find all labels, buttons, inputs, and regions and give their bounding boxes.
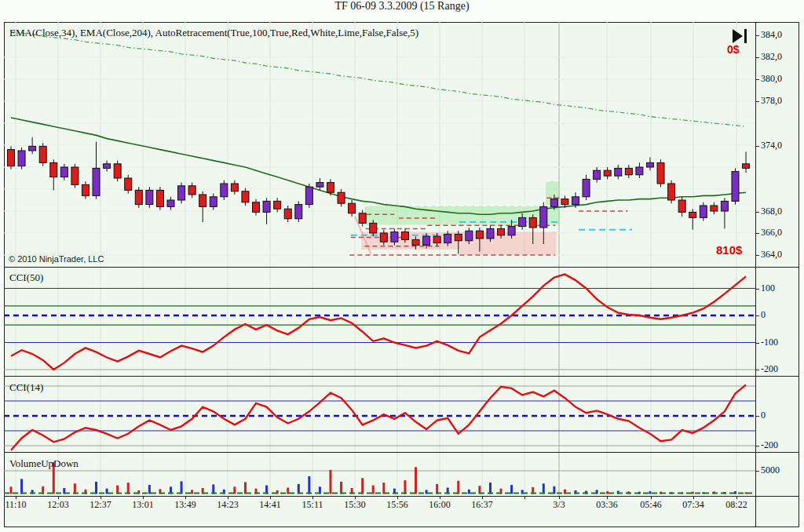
candle-up[interactable] xyxy=(615,168,622,176)
play-triangle-icon xyxy=(733,29,743,43)
candle-up[interactable] xyxy=(295,205,302,219)
candle-up[interactable] xyxy=(721,201,728,211)
candle-down[interactable] xyxy=(498,228,505,235)
axis-label: 384,0 xyxy=(761,29,782,41)
candle-down[interactable] xyxy=(668,184,675,200)
candle-up[interactable] xyxy=(167,200,174,206)
candle-down[interactable] xyxy=(39,146,46,162)
time-axis-line xyxy=(4,496,799,497)
candle-up[interactable] xyxy=(146,190,153,204)
volume-bar xyxy=(372,486,375,494)
candle-up[interactable] xyxy=(508,227,515,235)
candle-up[interactable] xyxy=(732,172,739,202)
step-forward-icon[interactable] xyxy=(733,29,753,43)
candle-down[interactable] xyxy=(743,164,750,169)
volume-bar xyxy=(510,485,513,494)
candle-down[interactable] xyxy=(625,168,632,174)
candle-up[interactable] xyxy=(487,228,494,239)
candle-down[interactable] xyxy=(678,200,685,212)
volume-bar xyxy=(404,480,406,494)
cci50-label: CCI(50) xyxy=(9,271,43,284)
candle-down[interactable] xyxy=(529,217,536,228)
candle-up[interactable] xyxy=(305,187,312,204)
candle-down[interactable] xyxy=(359,213,366,224)
candle-down[interactable] xyxy=(561,199,568,205)
candle-up[interactable] xyxy=(93,168,100,195)
chart-canvas[interactable] xyxy=(4,22,755,496)
candle-up[interactable] xyxy=(550,199,557,207)
candle-down[interactable] xyxy=(349,203,356,213)
candle-up[interactable] xyxy=(646,162,653,167)
axis-tick xyxy=(755,79,759,80)
candle-up[interactable] xyxy=(572,197,579,205)
candle-up[interactable] xyxy=(583,179,590,196)
candle-down[interactable] xyxy=(657,162,664,184)
candle-up[interactable] xyxy=(466,231,473,241)
time-label: 11:10 xyxy=(0,499,33,511)
candle-down[interactable] xyxy=(199,195,206,206)
time-label: 14:41 xyxy=(253,499,287,511)
axis-tick xyxy=(755,416,759,417)
candle-down[interactable] xyxy=(242,191,249,202)
candle-down[interactable] xyxy=(50,162,57,177)
axis-label: 5000 xyxy=(761,465,780,476)
axis-tick xyxy=(755,57,759,58)
candle-up[interactable] xyxy=(423,236,430,245)
axis-tick xyxy=(755,370,759,370)
candle-down[interactable] xyxy=(231,184,238,191)
candle-down[interactable] xyxy=(689,212,696,217)
panel-divider-3[interactable] xyxy=(4,452,799,453)
axis-tick xyxy=(755,146,759,147)
cci14-label: CCI(14) xyxy=(9,381,43,394)
candle-down[interactable] xyxy=(188,186,196,195)
candle-up[interactable] xyxy=(540,206,547,228)
candle-down[interactable] xyxy=(412,239,419,245)
candle-up[interactable] xyxy=(519,217,526,226)
candle-down[interactable] xyxy=(82,184,89,195)
candle-down[interactable] xyxy=(125,178,132,190)
candle-down[interactable] xyxy=(370,223,377,233)
candle-up[interactable] xyxy=(700,206,707,217)
time-label: 16:00 xyxy=(422,499,457,511)
candle-down[interactable] xyxy=(274,201,281,209)
candle-down[interactable] xyxy=(476,231,483,239)
candle-down[interactable] xyxy=(8,150,15,166)
candle-up[interactable] xyxy=(316,183,323,188)
candle-down[interactable] xyxy=(433,236,440,242)
panel-divider-1[interactable] xyxy=(4,267,799,268)
candle-up[interactable] xyxy=(60,167,68,177)
candle-up[interactable] xyxy=(178,186,185,200)
candle-up[interactable] xyxy=(594,170,601,179)
volume-bar xyxy=(244,483,247,494)
candle-up[interactable] xyxy=(221,184,228,197)
volume-bar xyxy=(468,490,470,494)
candle-down[interactable] xyxy=(114,164,121,178)
time-label: 16:37 xyxy=(465,499,499,511)
candle-up[interactable] xyxy=(263,201,270,212)
candle-down[interactable] xyxy=(71,167,79,184)
candle-up[interactable] xyxy=(391,232,398,242)
candle-down[interactable] xyxy=(455,234,462,240)
candle-down[interactable] xyxy=(380,233,387,242)
axis-tick xyxy=(755,233,759,234)
candle-down[interactable] xyxy=(711,206,718,211)
candle-down[interactable] xyxy=(253,202,260,213)
candle-up[interactable] xyxy=(636,167,643,175)
candle-down[interactable] xyxy=(327,183,334,193)
candle-up[interactable] xyxy=(444,234,451,242)
time-label: 13:49 xyxy=(168,499,203,511)
candle-up[interactable] xyxy=(104,164,111,169)
time-label: 13:01 xyxy=(126,499,160,511)
candle-down[interactable] xyxy=(135,190,142,204)
candle-up[interactable] xyxy=(210,197,217,207)
candle-down[interactable] xyxy=(284,209,291,219)
candle-down[interactable] xyxy=(156,190,163,206)
candle-up[interactable] xyxy=(18,151,25,166)
candle-up[interactable] xyxy=(29,146,36,151)
volume-bar xyxy=(457,481,459,494)
candle-down[interactable] xyxy=(338,192,345,203)
time-label: 14:23 xyxy=(210,499,245,511)
candle-down[interactable] xyxy=(604,170,611,176)
panel-divider-2[interactable] xyxy=(4,376,799,377)
candle-down[interactable] xyxy=(401,232,408,240)
